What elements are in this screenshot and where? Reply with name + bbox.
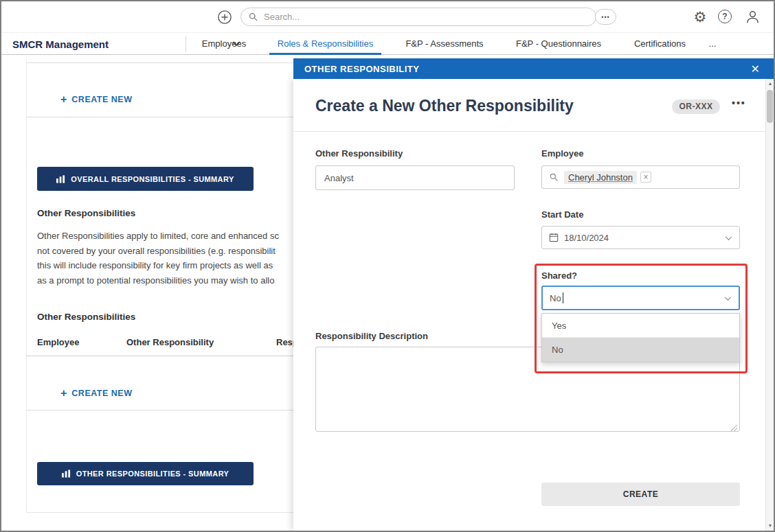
- bar-chart-icon: [56, 175, 65, 183]
- tab-roles-responsibilities[interactable]: Roles & Responsibilities: [269, 33, 381, 55]
- start-date-value: 18/10/2024: [564, 233, 609, 243]
- person-icon: [745, 9, 761, 25]
- record-id-badge: OR-XXX: [672, 100, 720, 114]
- bar-chart-icon: [62, 470, 71, 478]
- nav-divider: [186, 36, 186, 52]
- paragraph-line: not covered by your overall responsibili…: [37, 244, 295, 259]
- scrollbar-thumb[interactable]: [767, 90, 773, 123]
- tab-fp-assessments[interactable]: F&P - Assessments: [405, 33, 484, 55]
- plus-circle-icon: [217, 10, 232, 25]
- panel-header-title: OTHER RESPONSIBILITY: [304, 64, 751, 74]
- dropdown-option-yes[interactable]: Yes: [542, 314, 739, 338]
- resize-grip-icon[interactable]: [730, 422, 739, 430]
- paragraph-line: this will include responsibility for key…: [37, 258, 295, 273]
- settings-gear-icon[interactable]: ⚙: [692, 9, 708, 25]
- vertical-scrollbar[interactable]: ▲ ▼: [765, 79, 774, 531]
- search-icon: [248, 12, 258, 22]
- search-input[interactable]: [264, 12, 589, 22]
- card-bottom-border: [26, 512, 295, 513]
- tab-fp-questionnaires[interactable]: F&P - Questionnaires: [516, 33, 600, 55]
- tab-employees[interactable]: Employees: [201, 33, 247, 55]
- create-new-label: CREATE NEW: [71, 389, 132, 398]
- app-window: ••• ⚙ ? SMCR Management Employees Roles …: [0, 0, 775, 532]
- calendar-icon: [549, 233, 559, 242]
- paragraph-line: as a prompt to potential responsibilitie…: [37, 273, 295, 288]
- divider-line: [26, 62, 295, 63]
- shared-label: Shared?: [541, 270, 577, 281]
- start-date-picker[interactable]: 18/10/2024: [541, 226, 740, 249]
- other-responsibility-label: Other Responsibility: [315, 148, 403, 159]
- create-new-link-top[interactable]: + CREATE NEW: [60, 95, 132, 104]
- tab-overflow-menu[interactable]: ...: [704, 33, 721, 55]
- chevron-down-icon: [724, 297, 732, 301]
- shared-value: No: [550, 293, 561, 303]
- panel-divider: [293, 131, 767, 132]
- summary-button-label: OVERALL RESPONSIBILITIES - SUMMARY: [71, 175, 234, 183]
- search-icon: [549, 172, 559, 182]
- chevron-down-icon: [725, 236, 732, 241]
- module-navbar: SMCR Management Employees Roles & Respon…: [1, 32, 774, 55]
- other-responsibility-input[interactable]: [315, 165, 515, 190]
- scroll-down-arrow-icon[interactable]: ▼: [766, 521, 774, 531]
- more-options-button[interactable]: •••: [732, 97, 746, 108]
- paragraph-line: Other Responsibilities apply to limited,…: [37, 229, 295, 244]
- divider-line: [26, 410, 295, 410]
- chip-remove-icon[interactable]: ×: [640, 172, 651, 183]
- help-icon[interactable]: ?: [718, 10, 732, 23]
- plus-icon: +: [60, 389, 67, 398]
- divider-line: [26, 117, 295, 117]
- summary-button-label: OTHER RESPONSIBILITIES - SUMMARY: [76, 470, 229, 478]
- start-date-label: Start Date: [541, 209, 583, 220]
- create-other-responsibility-panel: Create a New Other Responsibility OR-XXX…: [293, 79, 767, 531]
- overall-responsibilities-summary-button[interactable]: OVERALL RESPONSIBILITIES - SUMMARY: [37, 167, 254, 191]
- quick-add-button[interactable]: [216, 9, 233, 25]
- app-title: SMCR Management: [12, 38, 109, 50]
- text-cursor: [563, 292, 563, 303]
- shared-combobox[interactable]: No: [541, 286, 740, 310]
- other-responsibilities-summary-button[interactable]: OTHER RESPONSIBILITIES - SUMMARY: [37, 462, 254, 485]
- create-button[interactable]: CREATE: [541, 483, 740, 506]
- employee-label: Employee: [541, 148, 583, 159]
- section-paragraph: Other Responsibilities apply to limited,…: [37, 229, 295, 290]
- card-left-border: [26, 59, 27, 512]
- section-heading: Other Responsibilities: [37, 208, 135, 218]
- search-options-button[interactable]: •••: [595, 9, 616, 25]
- shared-dropdown-list: Yes No: [541, 313, 740, 362]
- column-header-other-responsibility: Other Responsibility: [126, 337, 214, 347]
- responsibility-description-label: Responsibility Description: [315, 331, 428, 341]
- global-search[interactable]: [240, 8, 596, 26]
- scroll-up-arrow-icon[interactable]: ▲: [766, 79, 774, 89]
- plus-icon: +: [60, 95, 67, 104]
- table-header-border: [26, 356, 295, 356]
- close-icon[interactable]: ✕: [751, 62, 760, 76]
- dropdown-option-no[interactable]: No: [542, 338, 739, 362]
- tab-certifications[interactable]: Certifications: [633, 33, 687, 55]
- employee-chip: Cheryl Johnston: [564, 171, 637, 184]
- create-new-link-bottom[interactable]: + CREATE NEW: [60, 389, 132, 398]
- employee-select[interactable]: Cheryl Johnston ×: [541, 165, 740, 189]
- column-header-employee: Employee: [37, 337, 79, 347]
- user-profile-icon[interactable]: [744, 8, 761, 25]
- page-title: Create a New Other Responsibility: [315, 97, 574, 115]
- table-heading: Other Responsibilities: [37, 312, 135, 322]
- panel-header: OTHER RESPONSIBILITY ✕: [293, 58, 774, 79]
- create-new-label: CREATE NEW: [71, 95, 132, 104]
- topbar: ••• ⚙ ?: [1, 1, 774, 32]
